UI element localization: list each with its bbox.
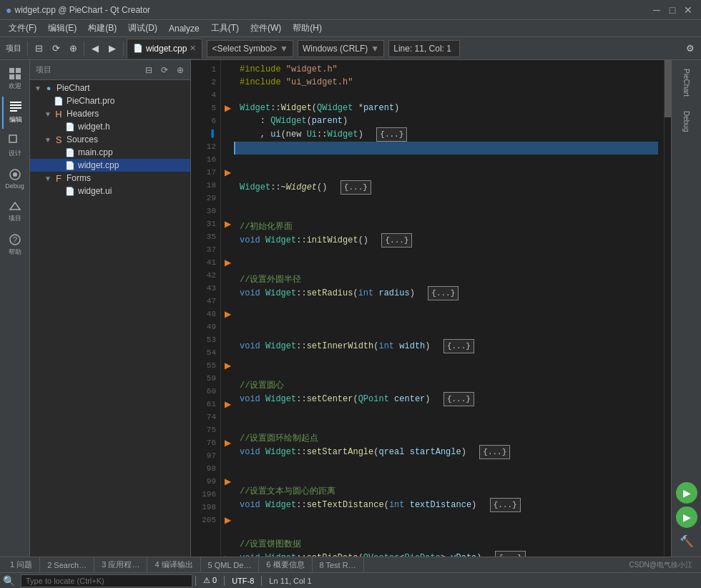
menu-edit[interactable]: 编辑(E) — [42, 21, 82, 36]
fold-arrow-37[interactable]: ▶ — [221, 308, 234, 320]
bottom-tab-compile[interactable]: 4 编译输出 — [147, 557, 200, 573]
code-editor[interactable]: 1 2 4 5 6 ▌ 12 16 17 18 29 30 31 35 — [191, 60, 671, 557]
tree-node-headers[interactable]: ▼ H Headers — [30, 107, 190, 120]
forms-icon: F — [53, 172, 64, 184]
menu-bar: 文件(F) 编辑(E) 构建(B) 调试(D) Analyze 工具(T) 控件… — [0, 20, 701, 37]
fold-arrow-99[interactable]: ▶ — [221, 552, 234, 557]
menu-help[interactable]: 帮助(H) — [287, 21, 328, 36]
right-sidebar: PieChart Debug ▶ ▶ 🔨 — [671, 60, 701, 557]
menu-build[interactable]: 构建(B) — [82, 21, 122, 36]
code-content[interactable]: #include "widget.h" #include "ui_widget.… — [234, 60, 664, 557]
settings-btn[interactable]: ⚙ — [682, 40, 698, 57]
file-icon: 📄 — [133, 44, 143, 53]
fold-arrow-12[interactable]: ▶ — [221, 166, 234, 179]
menu-widgets[interactable]: 控件(W) — [245, 21, 287, 36]
tree-node-widget-ui[interactable]: 📄 widget.ui — [30, 185, 190, 197]
tree-node-piechart-pro[interactable]: 📄 PieChart.pro — [30, 94, 190, 107]
editor-scrollbar[interactable] — [664, 60, 671, 557]
tree-filter-btn[interactable]: ⊟ — [142, 63, 156, 77]
file-tab-label: widget.cpp — [146, 44, 187, 54]
tree-sync-btn[interactable]: ⟳ — [157, 63, 172, 77]
svg-rect-5 — [10, 104, 21, 106]
line-col-indicator[interactable]: Line: 11, Col: 1 — [388, 40, 460, 57]
fold-arrow-31[interactable]: ▶ — [221, 256, 234, 269]
svg-rect-0 — [9, 68, 14, 73]
tree-node-sources[interactable]: ▼ S Sources — [30, 133, 190, 146]
pro-icon: 📄 — [53, 95, 64, 107]
svg-text:?: ? — [13, 235, 17, 244]
fold-arrow-43[interactable]: ▶ — [221, 359, 234, 372]
fold-arrow-76[interactable]: ▶ — [221, 514, 234, 526]
sidebar-debug[interactable]: Debug — [2, 164, 28, 194]
sidebar-design[interactable]: 设计 — [2, 130, 28, 162]
tree-node-label-forms: Forms — [67, 173, 91, 183]
fold-arrow-49[interactable]: ▶ — [221, 398, 234, 411]
project-label: 项目 — [3, 40, 24, 57]
nav-back-btn[interactable]: ◀ — [87, 40, 103, 57]
tree-node-widget-h[interactable]: 📄 widget.h — [30, 120, 190, 133]
filter-btn[interactable]: ⊟ — [31, 40, 46, 57]
line-ending-selector[interactable]: Windows (CRLF) ▼ — [298, 40, 384, 57]
bottom-tab-overview[interactable]: 6 概要信息 — [259, 557, 312, 573]
tree-node-label-widget-ui: widget.ui — [78, 186, 112, 196]
close-button[interactable]: ✕ — [681, 3, 695, 17]
tree-node-forms[interactable]: ▼ F Forms — [30, 172, 190, 185]
bottom-tab-test[interactable]: 8 Test R… — [313, 557, 364, 573]
toolbar: 项目 ⊟ ⟳ ⊕ ◀ ▶ 📄 widget.cpp ✕ <Select Symb… — [0, 37, 701, 60]
minimize-button[interactable]: ─ — [649, 3, 664, 17]
bottom-tab-qml[interactable]: 5 QML De… — [201, 557, 260, 573]
separator — [27, 41, 28, 56]
status-issues[interactable]: ⚠ 0 — [199, 576, 221, 585]
bottom-tabs: 1 问题 2 Search… 3 应用程… 4 编译输出 5 QML De… 6… — [0, 557, 701, 572]
sync-btn[interactable]: ⟳ — [48, 40, 64, 57]
piechart-label[interactable]: PieChart — [682, 63, 690, 102]
debug-label-right[interactable]: Debug — [682, 105, 690, 137]
status-line-info: Ln 11, Col 1 — [265, 577, 315, 585]
sidebar-help[interactable]: ? 帮助 — [2, 229, 28, 261]
file-tree-panel: 项目 ⊟ ⟳ ⊕ ▼ ● PieChart 📄 PieChart.pro — [30, 60, 191, 557]
menu-file[interactable]: 文件(F) — [3, 21, 42, 36]
tab-close-btn[interactable]: ✕ — [190, 44, 196, 53]
ui-icon: 📄 — [64, 185, 76, 197]
bottom-tab-app[interactable]: 3 应用程… — [94, 557, 147, 573]
build-button[interactable]: 🔨 — [676, 531, 697, 551]
fold-arrow-4[interactable]: ▶ — [221, 102, 234, 114]
svg-rect-4 — [10, 102, 21, 103]
menu-tools[interactable]: 工具(T) — [205, 21, 245, 36]
tree-node-label-main-cpp: main.cpp — [78, 147, 113, 157]
symbol-selector[interactable]: <Select Symbol> ▼ — [207, 40, 293, 57]
bottom-tab-search[interactable]: 2 Search… — [40, 557, 94, 573]
nav-forward-btn[interactable]: ▶ — [104, 40, 120, 57]
fold-arrow-55[interactable]: ▶ — [221, 436, 234, 449]
run-button[interactable]: ▶ — [676, 482, 697, 504]
sidebar-edit[interactable]: 编辑 — [2, 97, 28, 129]
menu-analyze[interactable]: Analyze — [163, 22, 205, 35]
locate-input[interactable] — [21, 574, 192, 587]
menu-debug[interactable]: 调试(D) — [122, 21, 163, 36]
maximize-button[interactable]: □ — [665, 3, 680, 17]
scrollbar-thumb[interactable] — [665, 60, 671, 117]
bottom-tab-issues[interactable]: 1 问题 — [3, 557, 40, 573]
sidebar-welcome[interactable]: 欢迎 — [2, 63, 28, 95]
h-icon: 📄 — [64, 121, 76, 132]
fold-arrow-18[interactable]: ▶ — [221, 217, 234, 230]
status-encoding[interactable]: UTF-8 — [227, 577, 258, 585]
cpp-icon: 📄 — [64, 147, 76, 158]
tree-node-piechart[interactable]: ▼ ● PieChart — [30, 82, 190, 94]
cpp-icon2: 📄 — [64, 160, 76, 171]
file-tab-widget-cpp[interactable]: 📄 widget.cpp ✕ — [127, 39, 202, 59]
tree-node-widget-cpp[interactable]: 📄 widget.cpp — [30, 159, 190, 172]
sidebar-project[interactable]: 项目 — [2, 195, 28, 227]
debug-run-button[interactable]: ▶ — [676, 506, 697, 528]
fold-arrow-61[interactable]: ▶ — [221, 475, 234, 488]
title-bar: ● widget.cpp @ PieChart - Qt Creator ─ □… — [0, 0, 701, 20]
main-area: 欢迎 编辑 设计 Debug 项目 ? 帮助 项目 ⊟ ⟳ ⊕ — [0, 60, 701, 557]
tree-node-main-cpp[interactable]: 📄 main.cpp — [30, 146, 190, 159]
tree-add-btn[interactable]: ⊕ — [173, 63, 187, 77]
tree-node-label-widget-h: widget.h — [78, 122, 110, 132]
svg-rect-3 — [16, 74, 21, 79]
tree-node-label-sources: Sources — [67, 134, 98, 144]
add-btn[interactable]: ⊕ — [65, 40, 81, 57]
watermark: CSDN@电气徐小江 — [629, 560, 699, 570]
tree-node-label-pro: PieChart.pro — [67, 96, 114, 106]
